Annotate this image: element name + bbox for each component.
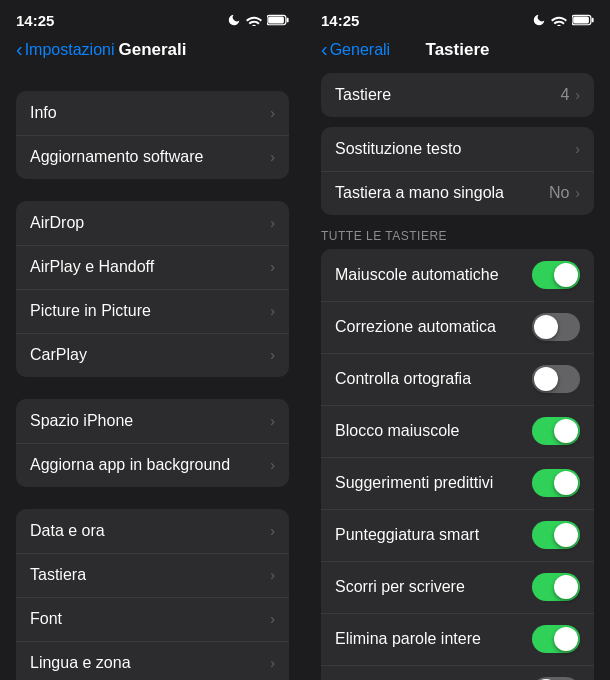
aggiorna-app-label: Aggiorna app in background [30,456,230,474]
tutte-tastiere-header: TUTTE LE TASTIERE [305,215,610,249]
elimina-toggle[interactable] [532,625,580,653]
right-back-button[interactable]: ‹ Generali [321,40,390,59]
right-item-sostituzione[interactable]: Sostituzione testo › [321,127,594,171]
mano-singola-value: No [549,184,569,202]
info-chevron-icon: › [270,105,275,121]
scorri-toggle[interactable] [532,573,580,601]
suggerimenti-label: Suggerimenti predittivi [335,474,493,492]
carplay-label: CarPlay [30,346,87,364]
list-item-airdrop[interactable]: AirDrop › [16,201,289,245]
maiuscole-label: Maiuscole automatiche [335,266,499,284]
font-chevron-icon: › [270,611,275,627]
left-status-icons [227,13,289,27]
sostituzione-chevron-icon: › [575,141,580,157]
tastiera-label: Tastiera [30,566,86,584]
right-settings-content: Tastiere 4 › Sostituzione testo › Tastie… [305,69,610,680]
right-moon-icon [532,13,546,27]
right-wifi-icon [551,14,567,26]
left-panel: 14:25 ‹ Impostazioni Generali Info [0,0,305,680]
airplay-chevron-icon: › [270,259,275,275]
left-nav-title: Generali [118,40,186,60]
right-battery-icon [572,14,594,26]
toggle-elimina[interactable]: Elimina parole intere [321,613,594,665]
blocco-label: Blocco maiuscole [335,422,460,440]
list-item-font[interactable]: Font › [16,597,289,641]
toggle-maiuscole[interactable]: Maiuscole automatiche [321,249,594,301]
right-time: 14:25 [321,12,359,29]
ortografia-toggle[interactable] [532,365,580,393]
suggerimenti-toggle[interactable] [532,469,580,497]
right-toggle-group: Maiuscole automatiche Correzione automat… [321,249,594,680]
moon-icon [227,13,241,27]
svg-rect-4 [592,18,594,23]
list-item-airplay[interactable]: AirPlay e Handoff › [16,245,289,289]
maiuscole-toggle[interactable] [532,261,580,289]
correzione-toggle[interactable] [532,313,580,341]
left-back-chevron-icon: ‹ [16,39,23,59]
spazio-label: Spazio iPhone [30,412,133,430]
carplay-chevron-icon: › [270,347,275,363]
list-item-aggiorna-app[interactable]: Aggiorna app in background › [16,443,289,487]
list-item-lingua[interactable]: Lingua e zona › [16,641,289,680]
right-item-mano-singola[interactable]: Tastiera a mano singola No › [321,171,594,215]
right-back-chevron-icon: ‹ [321,39,328,59]
left-back-label: Impostazioni [25,41,115,59]
scorri-label: Scorri per scrivere [335,578,465,596]
toggle-scorri[interactable]: Scorri per scrivere [321,561,594,613]
aggiornamento-chevron-icon: › [270,149,275,165]
sostituzione-label: Sostituzione testo [335,140,461,158]
list-item-carplay[interactable]: CarPlay › [16,333,289,377]
left-group-4: Data e ora › Tastiera › Font › Lingua e … [16,509,289,680]
toggle-punteggiatura[interactable]: Punteggiatura smart [321,509,594,561]
font-label: Font [30,610,62,628]
right-item-tastiere[interactable]: Tastiere 4 › [321,73,594,117]
right-nav-bar: ‹ Generali Tastiere [305,36,610,69]
svg-rect-5 [573,16,589,23]
tastiere-value: 4 [560,86,569,104]
airdrop-label: AirDrop [30,214,84,232]
left-group-3: Spazio iPhone › Aggiorna app in backgrou… [16,399,289,487]
spazio-chevron-icon: › [270,413,275,429]
list-item-tastiera[interactable]: Tastiera › [16,553,289,597]
list-item-info[interactable]: Info › [16,91,289,135]
aggiornamento-label: Aggiornamento software [30,148,203,166]
lingua-label: Lingua e zona [30,654,131,672]
picture-chevron-icon: › [270,303,275,319]
right-status-icons [532,13,594,27]
airdrop-chevron-icon: › [270,215,275,231]
right-top-group: Tastiere 4 › [321,73,594,117]
right-nav-title: Tastiere [426,40,490,60]
svg-rect-1 [287,18,289,23]
left-back-button[interactable]: ‹ Impostazioni [16,40,115,59]
svg-rect-2 [268,16,284,23]
data-label: Data e ora [30,522,105,540]
tastiere-item-label: Tastiere [335,86,391,104]
left-time: 14:25 [16,12,54,29]
tastiere-chevron-icon: › [575,87,580,103]
left-group-1: Info › Aggiornamento software › [16,91,289,179]
right-mid-group: Sostituzione testo › Tastiera a mano sin… [321,127,594,215]
list-item-aggiornamento[interactable]: Aggiornamento software › [16,135,289,179]
left-nav-bar: ‹ Impostazioni Generali [0,36,305,69]
aggiorna-app-chevron-icon: › [270,457,275,473]
punteggiatura-toggle[interactable] [532,521,580,549]
blocco-toggle[interactable] [532,417,580,445]
wifi-icon [246,14,262,26]
right-back-label: Generali [330,41,390,59]
toggle-correzione[interactable]: Correzione automatica [321,301,594,353]
tastiera-chevron-icon: › [270,567,275,583]
list-item-picture[interactable]: Picture in Picture › [16,289,289,333]
picture-label: Picture in Picture [30,302,151,320]
mano-singola-chevron-icon: › [575,185,580,201]
ortografia-label: Controlla ortografia [335,370,471,388]
left-status-bar: 14:25 [0,0,305,36]
toggle-anteprima[interactable]: Anteprima carattere [321,665,594,680]
toggle-suggerimenti[interactable]: Suggerimenti predittivi [321,457,594,509]
right-status-bar: 14:25 [305,0,610,36]
toggle-ortografia[interactable]: Controlla ortografia [321,353,594,405]
toggle-blocco[interactable]: Blocco maiuscole [321,405,594,457]
data-chevron-icon: › [270,523,275,539]
list-item-spazio[interactable]: Spazio iPhone › [16,399,289,443]
left-group-2: AirDrop › AirPlay e Handoff › Picture in… [16,201,289,377]
list-item-data[interactable]: Data e ora › [16,509,289,553]
